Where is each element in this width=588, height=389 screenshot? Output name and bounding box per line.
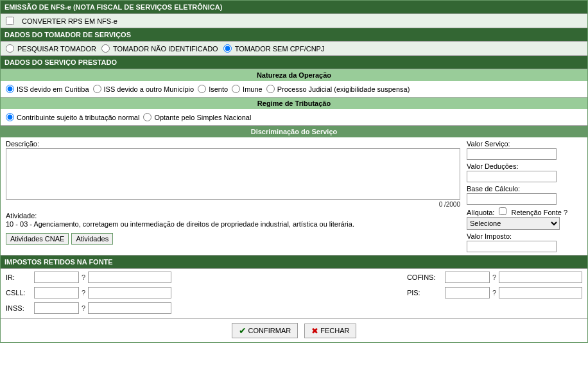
tomador-nao-identificado-radio[interactable] (101, 44, 110, 53)
inss-question: ? (82, 304, 85, 312)
iss-municipio-option[interactable]: ISS devido a outro Município (93, 85, 195, 93)
inss-percent-input[interactable] (34, 302, 79, 314)
iss-curitiba-option[interactable]: ISS devido em Curitiba (6, 85, 89, 93)
cofins-percent-input[interactable] (445, 272, 490, 283)
isento-option[interactable]: Isento (198, 85, 228, 93)
descricao-textarea[interactable] (6, 148, 460, 200)
valor-imposto-group: Valor Imposto: (467, 232, 582, 252)
csll-percent-input[interactable] (34, 287, 79, 298)
processo-judicial-radio[interactable] (266, 85, 275, 93)
aliquota-group: Alíquota: Retenção Fonte ? Selecione (467, 207, 582, 230)
fechar-x-icon: ✖ (311, 326, 318, 336)
discriminacao-section: Discriminação do Serviço Descrição: 0 /2… (1, 126, 587, 255)
impostos-grid: IR: ? CSLL: ? INSS: ? COFINS: (1, 269, 587, 319)
csll-row: CSLL: ? (6, 287, 171, 298)
tomador-sem-cpf-radio[interactable] (223, 44, 232, 53)
confirm-button[interactable]: ✔ CONFIRMAR (232, 323, 298, 338)
ir-row: IR: ? (6, 272, 171, 283)
impostos-header: IMPOSTOS RETIDOS NA FONTE (1, 255, 587, 269)
atividade-label: Atividade: (6, 212, 455, 220)
retencao-checkbox[interactable] (499, 207, 506, 215)
iss-municipio-radio[interactable] (93, 85, 101, 93)
valor-imposto-input[interactable] (467, 241, 557, 252)
impostos-left-col: IR: ? CSLL: ? INSS: ? (6, 272, 171, 316)
atividades-button[interactable]: Atividades (71, 233, 113, 245)
ir-value-input[interactable] (88, 272, 171, 283)
base-calculo-input[interactable] (467, 193, 557, 205)
pesquisar-tomador-option[interactable]: PESQUISAR TOMADOR (6, 44, 96, 53)
confirm-label: CONFIRMAR (248, 327, 291, 334)
valor-imposto-label: Valor Imposto: (467, 232, 582, 240)
natureza-section: Natureza da Operação ISS devido em Curit… (1, 69, 587, 98)
pis-row: PIS: ? (407, 287, 582, 298)
atividade-buttons: Atividades CNAE Atividades (6, 232, 460, 247)
pis-label: PIS: (407, 289, 442, 297)
processo-judicial-option[interactable]: Processo Judicial (exigibilidade suspens… (266, 85, 410, 93)
cofins-value-input[interactable] (499, 272, 582, 283)
confirm-check-icon: ✔ (239, 325, 246, 336)
aliquota-select[interactable]: Selecione (467, 217, 560, 230)
tomador-sem-cpf-option[interactable]: TOMADOR SEM CPF/CNPJ (223, 44, 325, 53)
valor-deducoes-group: Valor Deduções: (467, 162, 582, 182)
valor-servico-label: Valor Serviço: (467, 140, 582, 148)
ir-percent-input[interactable] (34, 272, 79, 283)
converter-label: CONVERTER RPS EM NFS-e (22, 17, 117, 25)
char-count: 0 /2000 (6, 201, 460, 208)
aliquota-label: Alíquota: Retenção Fonte ? (467, 207, 582, 216)
atividade-row: Atividade: 10 - 03 - Agenciamento, corre… (6, 211, 460, 229)
pis-percent-input[interactable] (445, 287, 490, 298)
regime-header: Regime de Tributação (1, 98, 587, 109)
inss-row: INSS: ? (6, 302, 171, 314)
confirm-row: ✔ CONFIRMAR ✖ FECHAR (1, 319, 587, 342)
cofins-question: ? (492, 273, 496, 281)
valor-deducoes-label: Valor Deduções: (467, 162, 582, 170)
ir-label: IR: (6, 273, 31, 281)
tomador-options-row: PESQUISAR TOMADOR TOMADOR NÃO IDENTIFICA… (1, 42, 587, 56)
base-calculo-group: Base de Cálculo: (467, 185, 582, 205)
imune-radio[interactable] (232, 85, 240, 93)
converter-row: CONVERTER RPS EM NFS-e (1, 14, 587, 28)
impostos-right-col: COFINS: ? PIS: ? (407, 272, 582, 316)
fechar-button[interactable]: ✖ FECHAR (304, 324, 356, 338)
csll-question: ? (82, 289, 85, 297)
valor-deducoes-input[interactable] (467, 171, 557, 182)
csll-value-input[interactable] (88, 287, 171, 298)
imune-option[interactable]: Imune (232, 85, 263, 93)
simples-nacional-radio[interactable] (143, 113, 151, 121)
natureza-options: ISS devido em Curitiba ISS devido a outr… (1, 81, 587, 97)
iss-curitiba-radio[interactable] (6, 85, 14, 93)
tributacao-normal-radio[interactable] (6, 113, 14, 121)
pis-question: ? (492, 289, 496, 297)
atividade-value: 10 - 03 - Agenciamento, corretagem ou in… (6, 220, 455, 228)
tributacao-normal-option[interactable]: Contribuinte sujeito à tributação normal (6, 113, 139, 121)
tomador-nao-identificado-option[interactable]: TOMADOR NÃO IDENTIFICADO (101, 44, 218, 53)
page-title: EMISSÃO DE NFS-e (NOTA FISCAL DE SERVIÇO… (1, 1, 587, 14)
descricao-label: Descrição: (6, 140, 460, 148)
atividades-cnae-button[interactable]: Atividades CNAE (6, 233, 69, 245)
base-calculo-label: Base de Cálculo: (467, 185, 582, 193)
fechar-label: FECHAR (320, 327, 349, 334)
regime-options: Contribuinte sujeito à tributação normal… (1, 109, 587, 125)
cofins-row: COFINS: ? (407, 272, 582, 283)
tomador-header: DADOS DO TOMADOR DE SERVIÇOS (1, 28, 587, 42)
cofins-label: COFINS: (407, 273, 442, 281)
converter-checkbox[interactable] (6, 17, 14, 25)
descricao-right: Valor Serviço: Valor Deduções: Base de C… (467, 140, 582, 252)
retencao-question: ? (564, 209, 567, 216)
inss-label: INSS: (6, 304, 31, 312)
regime-section: Regime de Tributação Contribuinte sujeit… (1, 98, 587, 126)
isento-radio[interactable] (198, 85, 206, 93)
pis-value-input[interactable] (499, 287, 582, 298)
retencao-label: Retenção Fonte (512, 209, 562, 216)
descricao-area: Descrição: 0 /2000 Atividade: 10 - 03 - … (1, 137, 587, 255)
inss-value-input[interactable] (88, 302, 171, 314)
discriminacao-header: Discriminação do Serviço (1, 126, 587, 137)
valor-servico-input[interactable] (467, 148, 557, 160)
servico-header: DADOS DO SERVIÇO PRESTADO (1, 56, 587, 69)
pesquisar-tomador-radio[interactable] (6, 44, 14, 53)
simples-nacional-option[interactable]: Optante pelo Simples Nacional (143, 113, 251, 121)
title-text: EMISSÃO DE NFS-e (NOTA FISCAL DE SERVIÇO… (4, 3, 222, 11)
valor-servico-group: Valor Serviço: (467, 140, 582, 160)
ir-question: ? (82, 273, 85, 281)
natureza-header: Natureza da Operação (1, 69, 587, 81)
